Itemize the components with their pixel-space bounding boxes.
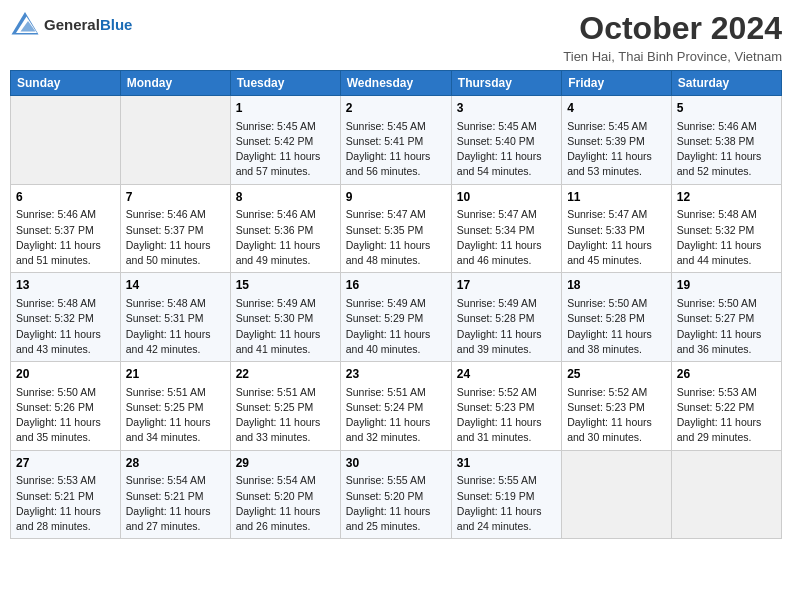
day-number: 16: [346, 277, 446, 294]
cell-detail: Sunrise: 5:51 AMSunset: 5:25 PMDaylight:…: [126, 385, 225, 446]
day-number: 19: [677, 277, 776, 294]
calendar-cell: 19Sunrise: 5:50 AMSunset: 5:27 PMDayligh…: [671, 273, 781, 362]
day-number: 20: [16, 366, 115, 383]
calendar-table: SundayMondayTuesdayWednesdayThursdayFrid…: [10, 70, 782, 539]
calendar-cell: 4Sunrise: 5:45 AMSunset: 5:39 PMDaylight…: [562, 96, 672, 185]
header-day-thursday: Thursday: [451, 71, 561, 96]
header-day-saturday: Saturday: [671, 71, 781, 96]
calendar-cell: 17Sunrise: 5:49 AMSunset: 5:28 PMDayligh…: [451, 273, 561, 362]
cell-detail: Sunrise: 5:48 AMSunset: 5:32 PMDaylight:…: [16, 296, 115, 357]
calendar-cell: 7Sunrise: 5:46 AMSunset: 5:37 PMDaylight…: [120, 184, 230, 273]
calendar-cell: 1Sunrise: 5:45 AMSunset: 5:42 PMDaylight…: [230, 96, 340, 185]
calendar-cell: 12Sunrise: 5:48 AMSunset: 5:32 PMDayligh…: [671, 184, 781, 273]
day-number: 14: [126, 277, 225, 294]
cell-detail: Sunrise: 5:46 AMSunset: 5:36 PMDaylight:…: [236, 207, 335, 268]
logo-text: GeneralBlue: [44, 16, 132, 33]
calendar-cell: 5Sunrise: 5:46 AMSunset: 5:38 PMDaylight…: [671, 96, 781, 185]
cell-detail: Sunrise: 5:55 AMSunset: 5:19 PMDaylight:…: [457, 473, 556, 534]
week-row-1: 1Sunrise: 5:45 AMSunset: 5:42 PMDaylight…: [11, 96, 782, 185]
day-number: 29: [236, 455, 335, 472]
calendar-cell: 30Sunrise: 5:55 AMSunset: 5:20 PMDayligh…: [340, 450, 451, 539]
calendar-cell: 23Sunrise: 5:51 AMSunset: 5:24 PMDayligh…: [340, 362, 451, 451]
day-number: 6: [16, 189, 115, 206]
day-number: 8: [236, 189, 335, 206]
calendar-cell: 25Sunrise: 5:52 AMSunset: 5:23 PMDayligh…: [562, 362, 672, 451]
cell-detail: Sunrise: 5:47 AMSunset: 5:35 PMDaylight:…: [346, 207, 446, 268]
week-row-5: 27Sunrise: 5:53 AMSunset: 5:21 PMDayligh…: [11, 450, 782, 539]
page-header: GeneralBlue October 2024 Tien Hai, Thai …: [10, 10, 782, 64]
cell-detail: Sunrise: 5:49 AMSunset: 5:30 PMDaylight:…: [236, 296, 335, 357]
cell-detail: Sunrise: 5:52 AMSunset: 5:23 PMDaylight:…: [567, 385, 666, 446]
day-number: 25: [567, 366, 666, 383]
day-number: 22: [236, 366, 335, 383]
calendar-cell: 21Sunrise: 5:51 AMSunset: 5:25 PMDayligh…: [120, 362, 230, 451]
calendar-cell: 29Sunrise: 5:54 AMSunset: 5:20 PMDayligh…: [230, 450, 340, 539]
logo-general: General: [44, 16, 100, 33]
day-number: 28: [126, 455, 225, 472]
day-number: 10: [457, 189, 556, 206]
calendar-cell: 24Sunrise: 5:52 AMSunset: 5:23 PMDayligh…: [451, 362, 561, 451]
calendar-cell: 22Sunrise: 5:51 AMSunset: 5:25 PMDayligh…: [230, 362, 340, 451]
calendar-cell: 16Sunrise: 5:49 AMSunset: 5:29 PMDayligh…: [340, 273, 451, 362]
cell-detail: Sunrise: 5:54 AMSunset: 5:21 PMDaylight:…: [126, 473, 225, 534]
cell-detail: Sunrise: 5:49 AMSunset: 5:29 PMDaylight:…: [346, 296, 446, 357]
calendar-cell: 9Sunrise: 5:47 AMSunset: 5:35 PMDaylight…: [340, 184, 451, 273]
day-number: 24: [457, 366, 556, 383]
day-number: 31: [457, 455, 556, 472]
cell-detail: Sunrise: 5:47 AMSunset: 5:34 PMDaylight:…: [457, 207, 556, 268]
calendar-cell: 13Sunrise: 5:48 AMSunset: 5:32 PMDayligh…: [11, 273, 121, 362]
day-number: 23: [346, 366, 446, 383]
header-day-wednesday: Wednesday: [340, 71, 451, 96]
cell-detail: Sunrise: 5:45 AMSunset: 5:39 PMDaylight:…: [567, 119, 666, 180]
cell-detail: Sunrise: 5:52 AMSunset: 5:23 PMDaylight:…: [457, 385, 556, 446]
day-number: 4: [567, 100, 666, 117]
day-number: 18: [567, 277, 666, 294]
day-number: 30: [346, 455, 446, 472]
header-row: SundayMondayTuesdayWednesdayThursdayFrid…: [11, 71, 782, 96]
calendar-cell: 20Sunrise: 5:50 AMSunset: 5:26 PMDayligh…: [11, 362, 121, 451]
cell-detail: Sunrise: 5:53 AMSunset: 5:21 PMDaylight:…: [16, 473, 115, 534]
calendar-cell: 31Sunrise: 5:55 AMSunset: 5:19 PMDayligh…: [451, 450, 561, 539]
calendar-cell: 6Sunrise: 5:46 AMSunset: 5:37 PMDaylight…: [11, 184, 121, 273]
calendar-cell: 8Sunrise: 5:46 AMSunset: 5:36 PMDaylight…: [230, 184, 340, 273]
calendar-body: 1Sunrise: 5:45 AMSunset: 5:42 PMDaylight…: [11, 96, 782, 539]
cell-detail: Sunrise: 5:54 AMSunset: 5:20 PMDaylight:…: [236, 473, 335, 534]
cell-detail: Sunrise: 5:46 AMSunset: 5:37 PMDaylight:…: [126, 207, 225, 268]
day-number: 13: [16, 277, 115, 294]
day-number: 26: [677, 366, 776, 383]
calendar-cell: 26Sunrise: 5:53 AMSunset: 5:22 PMDayligh…: [671, 362, 781, 451]
day-number: 9: [346, 189, 446, 206]
cell-detail: Sunrise: 5:55 AMSunset: 5:20 PMDaylight:…: [346, 473, 446, 534]
cell-detail: Sunrise: 5:47 AMSunset: 5:33 PMDaylight:…: [567, 207, 666, 268]
header-day-monday: Monday: [120, 71, 230, 96]
cell-detail: Sunrise: 5:45 AMSunset: 5:40 PMDaylight:…: [457, 119, 556, 180]
week-row-3: 13Sunrise: 5:48 AMSunset: 5:32 PMDayligh…: [11, 273, 782, 362]
calendar-cell: 18Sunrise: 5:50 AMSunset: 5:28 PMDayligh…: [562, 273, 672, 362]
cell-detail: Sunrise: 5:50 AMSunset: 5:27 PMDaylight:…: [677, 296, 776, 357]
calendar-cell: [11, 96, 121, 185]
day-number: 3: [457, 100, 556, 117]
cell-detail: Sunrise: 5:50 AMSunset: 5:28 PMDaylight:…: [567, 296, 666, 357]
header-day-sunday: Sunday: [11, 71, 121, 96]
day-number: 15: [236, 277, 335, 294]
cell-detail: Sunrise: 5:49 AMSunset: 5:28 PMDaylight:…: [457, 296, 556, 357]
header-day-tuesday: Tuesday: [230, 71, 340, 96]
cell-detail: Sunrise: 5:51 AMSunset: 5:25 PMDaylight:…: [236, 385, 335, 446]
logo: GeneralBlue: [10, 10, 132, 38]
week-row-2: 6Sunrise: 5:46 AMSunset: 5:37 PMDaylight…: [11, 184, 782, 273]
calendar-cell: [120, 96, 230, 185]
calendar-cell: 28Sunrise: 5:54 AMSunset: 5:21 PMDayligh…: [120, 450, 230, 539]
cell-detail: Sunrise: 5:51 AMSunset: 5:24 PMDaylight:…: [346, 385, 446, 446]
calendar-cell: 27Sunrise: 5:53 AMSunset: 5:21 PMDayligh…: [11, 450, 121, 539]
logo-blue: Blue: [100, 16, 133, 33]
calendar-cell: [562, 450, 672, 539]
day-number: 21: [126, 366, 225, 383]
cell-detail: Sunrise: 5:46 AMSunset: 5:37 PMDaylight:…: [16, 207, 115, 268]
day-number: 1: [236, 100, 335, 117]
cell-detail: Sunrise: 5:46 AMSunset: 5:38 PMDaylight:…: [677, 119, 776, 180]
subtitle: Tien Hai, Thai Binh Province, Vietnam: [563, 49, 782, 64]
header-day-friday: Friday: [562, 71, 672, 96]
day-number: 11: [567, 189, 666, 206]
day-number: 2: [346, 100, 446, 117]
day-number: 12: [677, 189, 776, 206]
